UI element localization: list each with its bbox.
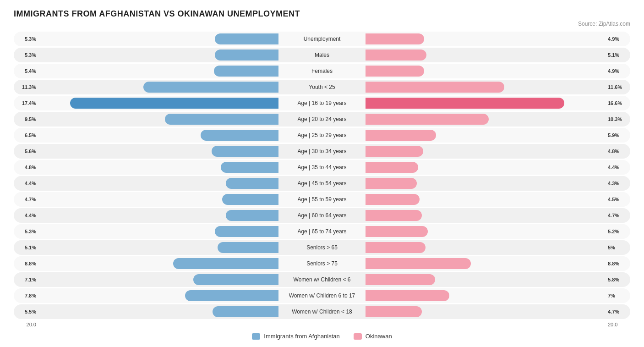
bar-right-bar (366, 306, 422, 317)
table-row: 5.3%Age | 65 to 74 years5.2% (14, 224, 630, 239)
bar-right-bar (366, 98, 564, 109)
bar-left-wrap (39, 114, 278, 125)
bar-left-value: 9.5% (14, 116, 39, 122)
bar-right-bar (366, 274, 435, 285)
table-row: 7.1%Women w/ Children < 65.8% (14, 272, 630, 287)
table-row: 17.4%Age | 16 to 19 years16.6% (14, 96, 630, 110)
bar-right-wrap (366, 306, 605, 317)
bar-center-label: Youth < 25 (278, 84, 366, 90)
bar-right-wrap (366, 33, 605, 44)
bar-left-bar (201, 130, 278, 141)
bar-center-label: Females (278, 68, 366, 74)
bar-right-bar (366, 130, 436, 141)
bar-right-wrap (366, 162, 605, 173)
bar-center-label: Males (278, 52, 366, 58)
bar-right-bar (366, 33, 424, 44)
bar-left-wrap (39, 146, 278, 157)
bar-center-label: Age | 16 to 19 years (278, 100, 366, 106)
bar-right-value: 4.5% (605, 197, 630, 202)
legend-label-left: Immigrants from Afghanistan (264, 333, 339, 340)
bar-left-wrap (39, 66, 278, 77)
bar-center-label: Unemployment (278, 36, 366, 42)
bar-left-wrap (39, 130, 278, 141)
bar-left-bar (70, 98, 278, 109)
bar-right-value: 4.4% (605, 165, 630, 170)
bar-right-value: 11.6% (605, 84, 630, 90)
bar-right-value: 4.3% (605, 181, 630, 186)
bar-left-wrap (39, 82, 278, 93)
table-row: 9.5%Age | 20 to 24 years10.3% (14, 112, 630, 127)
bar-right-value: 16.6% (605, 100, 630, 106)
bar-center-label: Age | 45 to 54 years (278, 180, 366, 187)
bar-left-value: 4.4% (14, 181, 39, 186)
bar-left-bar (222, 194, 278, 205)
bar-left-bar (214, 66, 278, 77)
bar-left-value: 7.1% (14, 277, 39, 282)
bar-right-wrap (366, 130, 605, 141)
legend-label-right: Okinawan (366, 333, 392, 340)
axis-left-label: 20.0 (14, 322, 39, 327)
bar-right-wrap (366, 66, 605, 77)
bar-center-label: Age | 55 to 59 years (278, 196, 366, 203)
bar-right-value: 5.2% (605, 229, 630, 234)
bar-right-bar (366, 82, 504, 93)
bar-left-wrap (39, 274, 278, 285)
bar-left-bar (212, 146, 278, 157)
bar-left-value: 8.8% (14, 261, 39, 266)
bar-center-label: Age | 60 to 64 years (278, 212, 366, 219)
bar-left-value: 5.5% (14, 309, 39, 314)
bar-left-wrap (39, 306, 278, 317)
source-label: Source: ZipAtlas.com (14, 21, 630, 27)
table-row: 5.6%Age | 30 to 34 years4.8% (14, 144, 630, 159)
bar-right-value: 5.1% (605, 52, 630, 58)
bar-left-bar (226, 178, 278, 189)
bar-left-bar (226, 210, 278, 221)
bar-left-value: 4.7% (14, 197, 39, 202)
legend-box-right (354, 333, 362, 340)
chart-area: 5.3%Unemployment4.9%5.3%Males5.1%5.4%Fem… (14, 32, 630, 327)
bar-left-value: 17.4% (14, 100, 39, 106)
table-row: 5.1%Seniors > 655% (14, 240, 630, 255)
bar-center-label: Women w/ Children 6 to 17 (278, 292, 366, 299)
bar-right-value: 7% (605, 293, 630, 298)
bar-left-bar (215, 226, 278, 237)
bar-center-label: Seniors > 65 (278, 244, 366, 251)
bar-left-value: 5.1% (14, 245, 39, 250)
table-row: 7.8%Women w/ Children 6 to 177% (14, 288, 630, 303)
bar-right-value: 4.7% (605, 213, 630, 218)
bar-left-value: 4.8% (14, 165, 39, 170)
table-row: 11.3%Youth < 2511.6% (14, 80, 630, 94)
table-row: 8.8%Seniors > 758.8% (14, 256, 630, 271)
bar-left-wrap (39, 98, 278, 109)
bar-left-value: 7.8% (14, 293, 39, 298)
bar-right-bar (366, 226, 428, 237)
bar-left-bar (218, 242, 278, 253)
bar-left-wrap (39, 50, 278, 61)
bar-left-value: 5.4% (14, 68, 39, 74)
bar-right-wrap (366, 146, 605, 157)
bar-right-value: 10.3% (605, 116, 630, 122)
bar-left-bar (215, 50, 278, 61)
axis-right-label: 20.0 (605, 322, 630, 327)
bar-left-wrap (39, 33, 278, 44)
bar-left-wrap (39, 194, 278, 205)
legend: Immigrants from Afghanistan Okinawan (14, 333, 630, 340)
bar-left-bar (221, 162, 278, 173)
bar-right-wrap (366, 194, 605, 205)
bar-right-wrap (366, 290, 605, 301)
bar-left-bar (193, 274, 278, 285)
bar-right-wrap (366, 226, 605, 237)
bar-right-wrap (366, 258, 605, 269)
bar-right-bar (366, 114, 489, 125)
table-row: 4.8%Age | 35 to 44 years4.4% (14, 160, 630, 175)
bar-left-wrap (39, 290, 278, 301)
bar-right-value: 4.8% (605, 149, 630, 154)
bar-left-wrap (39, 178, 278, 189)
bar-right-bar (366, 242, 426, 253)
table-row: 5.4%Females4.9% (14, 64, 630, 78)
bar-left-value: 4.4% (14, 213, 39, 218)
bar-center-label: Age | 35 to 44 years (278, 164, 366, 171)
bar-left-value: 6.5% (14, 132, 39, 138)
bar-right-wrap (366, 242, 605, 253)
bar-right-wrap (366, 114, 605, 125)
